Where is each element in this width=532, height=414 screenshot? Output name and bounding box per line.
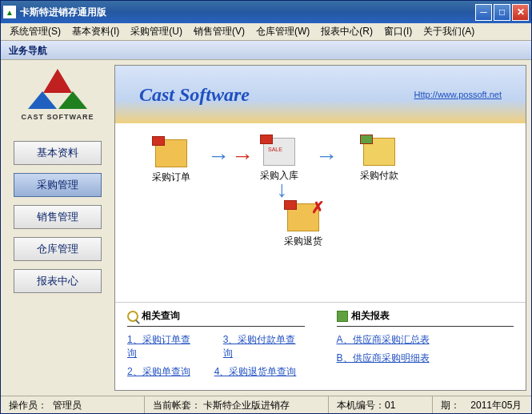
flow-purchase-return[interactable]: 采购退货 xyxy=(271,203,335,248)
arrow-icon: → xyxy=(207,143,230,169)
query-link-4[interactable]: 4、采购退货单查询 xyxy=(214,365,297,379)
nav-sales[interactable]: 销售管理 xyxy=(14,205,102,229)
menu-warehouse[interactable]: 仓库管理(W) xyxy=(251,23,314,40)
flow-purchase-order[interactable]: 采购订单 xyxy=(139,139,203,184)
report-link-b[interactable]: B、供应商采购明细表 xyxy=(337,352,430,365)
order-icon xyxy=(155,139,187,167)
report-icon xyxy=(337,311,348,322)
logo-triangle-red xyxy=(43,69,72,93)
status-machine: 本机编号：01 xyxy=(329,396,433,413)
status-date: 期： 2011年05月23日 xyxy=(433,396,531,413)
nav-warehouse[interactable]: 仓库管理 xyxy=(14,237,102,261)
report-link-a[interactable]: A、供应商采购汇总表 xyxy=(337,333,430,347)
reports-title: 相关报表 xyxy=(351,309,390,323)
nav-reports[interactable]: 报表中心 xyxy=(14,269,102,293)
menubar: 系统管理(S) 基本资料(I) 采购管理(U) 销售管理(V) 仓库管理(W) … xyxy=(1,23,531,41)
logo-text: CAST SOFTWARE xyxy=(6,113,110,121)
reports-column: 相关报表 A、供应商采购汇总表 B、供应商采购明细表 xyxy=(337,309,514,384)
header-link[interactable]: Http://www.possoft.net xyxy=(414,90,502,99)
menu-system[interactable]: 系统管理(S) xyxy=(5,23,66,40)
close-button[interactable]: ✕ xyxy=(512,4,529,21)
main-panel: Cast Software Http://www.possoft.net 采购订… xyxy=(114,65,526,391)
payment-icon xyxy=(363,138,395,166)
page-subtitle: 业务导航 xyxy=(1,41,531,60)
menu-purchase[interactable]: 采购管理(U) xyxy=(126,23,187,40)
menu-basic[interactable]: 基本资料(I) xyxy=(67,23,124,40)
arrow-down-icon: → xyxy=(270,179,295,202)
menu-sales[interactable]: 销售管理(V) xyxy=(189,23,250,40)
query-link-2[interactable]: 2、采购单查询 xyxy=(127,365,190,379)
flow-diagram: 采购订单 → → 采购入库 → 采购付款 → 采购退货 xyxy=(115,123,526,302)
menu-about[interactable]: 关于我们(A) xyxy=(418,23,479,40)
logo-triangle-blue xyxy=(28,91,57,109)
query-link-3[interactable]: 3、采购付款单查询 xyxy=(223,333,305,360)
status-account: 当前帐套： 卡斯特企业版进销存 xyxy=(145,396,329,413)
queries-title: 相关查询 xyxy=(142,309,180,323)
header-band: Cast Software Http://www.possoft.net xyxy=(115,66,526,123)
titlebar[interactable]: ▲ 卡斯特进销存通用版 ─ □ ✕ xyxy=(1,1,531,23)
header-title: Cast Software xyxy=(139,84,250,106)
status-operator: 操作员： 管理员 xyxy=(1,396,145,413)
menu-reports[interactable]: 报表中心(R) xyxy=(316,23,378,40)
queries-column: 相关查询 1、采购订单查询 3、采购付款单查询 2、采购单查询 4、采购退货单查… xyxy=(127,309,305,384)
sidebar: CAST SOFTWARE 基本资料 采购管理 销售管理 仓库管理 报表中心 xyxy=(6,65,110,391)
nav-purchase[interactable]: 采购管理 xyxy=(14,173,102,197)
menu-window[interactable]: 窗口(I) xyxy=(379,23,417,40)
app-window: ▲ 卡斯特进销存通用版 ─ □ ✕ 系统管理(S) 基本资料(I) 采购管理(U… xyxy=(0,0,532,414)
app-icon: ▲ xyxy=(3,6,16,18)
minimize-button[interactable]: ─ xyxy=(475,4,492,21)
return-icon xyxy=(287,203,319,231)
flow-purchase-payment[interactable]: 采购付款 xyxy=(347,138,411,183)
logo: CAST SOFTWARE xyxy=(6,69,110,121)
search-icon xyxy=(127,311,138,322)
window-title: 卡斯特进销存通用版 xyxy=(20,6,475,19)
maximize-button[interactable]: □ xyxy=(494,4,510,21)
nav-basic[interactable]: 基本资料 xyxy=(14,141,102,165)
arrow-icon: → xyxy=(315,143,338,169)
logo-triangle-green xyxy=(58,91,87,109)
flow-purchase-inbound[interactable]: 采购入库 xyxy=(247,138,311,183)
query-link-1[interactable]: 1、采购订单查询 xyxy=(127,333,199,360)
inbound-icon xyxy=(263,138,295,166)
content-area: CAST SOFTWARE 基本资料 采购管理 销售管理 仓库管理 报表中心 C… xyxy=(1,60,531,396)
bottom-section: 相关查询 1、采购订单查询 3、采购付款单查询 2、采购单查询 4、采购退货单查… xyxy=(115,302,526,390)
statusbar: 操作员： 管理员 当前帐套： 卡斯特企业版进销存 本机编号：01 期： 2011… xyxy=(1,396,531,413)
